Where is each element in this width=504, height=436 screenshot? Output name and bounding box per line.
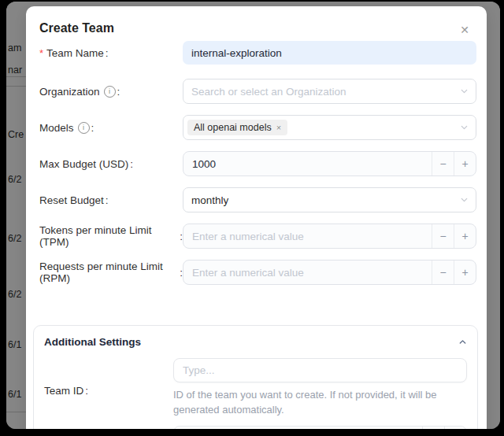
models-multiselect[interactable]: All openai models × xyxy=(183,115,476,140)
info-icon[interactable]: i xyxy=(104,86,116,98)
organization-select[interactable]: Search or select an Organization xyxy=(183,79,476,104)
increment-button[interactable]: + xyxy=(444,427,466,429)
tpm-label: Tokens per minute Limit (TPM) : xyxy=(39,224,183,248)
selected-model-tag: All openai models × xyxy=(187,120,287,135)
required-mark: * xyxy=(39,47,43,59)
modal-header: Create Team ✕ xyxy=(26,6,487,37)
tpm-stepper: − + xyxy=(183,224,476,249)
rpm-row: Requests per minute Limit (RPM) : − + xyxy=(39,260,476,285)
max-budget-stepper: − + xyxy=(183,151,476,176)
create-team-form: * Team Name : Organization i : Search or xyxy=(26,41,487,429)
reset-budget-row: Reset Budget : monthly xyxy=(39,187,476,212)
info-icon[interactable]: i xyxy=(78,122,90,134)
chevron-up-icon xyxy=(458,338,467,346)
max-budget-input[interactable] xyxy=(183,152,432,176)
modal-title: Create Team xyxy=(39,20,114,35)
increment-button[interactable]: + xyxy=(454,224,476,248)
additional-settings-panel: Additional Settings Team ID : ID of the … xyxy=(33,325,478,429)
increment-button[interactable]: + xyxy=(454,260,476,284)
team-name-input[interactable] xyxy=(183,41,476,65)
create-team-modal: Create Team ✕ * Team Name : Organization xyxy=(26,6,487,429)
close-icon[interactable]: ✕ xyxy=(457,23,472,37)
reset-budget-select[interactable]: monthly xyxy=(183,187,476,212)
team-member-budget-row: Team Member Budget (USD) ? : − + xyxy=(44,426,467,429)
reset-budget-label: Reset Budget : xyxy=(39,194,183,206)
chevron-down-icon xyxy=(460,124,469,132)
additional-settings-heading: Additional Settings xyxy=(44,336,141,348)
rpm-stepper: − + xyxy=(183,260,476,285)
rpm-input[interactable] xyxy=(183,260,432,284)
decrement-button[interactable]: − xyxy=(432,152,454,176)
browser-window: amnarCre6/26/26/26/16/1 Create Team ✕ * … xyxy=(6,2,500,429)
max-budget-row: Max Budget (USD) : − + xyxy=(39,151,476,176)
team-id-input[interactable] xyxy=(173,358,467,382)
models-row: Models i : All openai models × xyxy=(39,115,476,140)
rpm-label: Requests per minute Limit (RPM) : xyxy=(39,260,183,284)
additional-settings-toggle[interactable]: Additional Settings xyxy=(44,336,467,348)
team-id-help-text: ID of the team you want to create. If no… xyxy=(173,388,467,418)
tpm-input[interactable] xyxy=(183,224,432,248)
organization-row: Organization i : Search or select an Org… xyxy=(39,79,476,104)
decrement-button[interactable]: − xyxy=(422,427,444,429)
team-name-row: * Team Name : xyxy=(39,41,476,65)
team-name-label: * Team Name : xyxy=(39,47,183,59)
models-label: Models i : xyxy=(39,122,183,134)
organization-label: Organization i : xyxy=(39,86,183,98)
team-member-budget-label: Team Member Budget (USD) ? : xyxy=(44,426,173,429)
decrement-button[interactable]: − xyxy=(432,224,454,248)
chevron-down-icon xyxy=(460,87,469,96)
team-id-label: Team ID : xyxy=(44,358,173,418)
decrement-button[interactable]: − xyxy=(432,260,454,284)
max-budget-label: Max Budget (USD) : xyxy=(39,158,183,170)
tpm-row: Tokens per minute Limit (TPM) : − + xyxy=(39,224,476,249)
increment-button[interactable]: + xyxy=(454,152,476,176)
team-member-budget-stepper: − + xyxy=(173,426,467,429)
team-id-row: Team ID : ID of the team you want to cre… xyxy=(44,358,467,418)
remove-tag-icon[interactable]: × xyxy=(276,122,281,133)
team-member-budget-input[interactable] xyxy=(174,427,422,429)
chevron-down-icon xyxy=(460,196,469,205)
